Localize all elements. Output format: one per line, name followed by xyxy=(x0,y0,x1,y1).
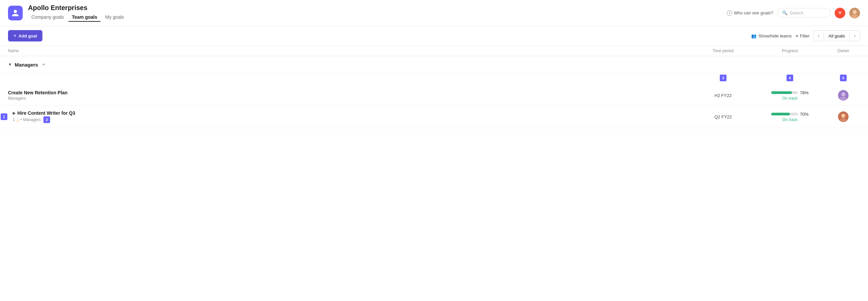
badge-3: 3 xyxy=(720,75,726,81)
header-right: i Who can see goals? 🔍 Search + xyxy=(727,8,860,19)
who-can-see-button[interactable]: i Who can see goals? xyxy=(727,10,773,16)
user-avatar[interactable] xyxy=(849,8,860,19)
progress-row-2: 70% xyxy=(771,112,809,117)
section-add-button[interactable]: + xyxy=(42,61,45,67)
goal-title-1: Create New Retention Plan xyxy=(8,90,693,95)
progress-status-1: On track xyxy=(782,96,797,101)
nav-company-goals[interactable]: Company goals xyxy=(28,13,67,22)
progress-bar-fill-1 xyxy=(771,91,792,94)
table-header: Name Time period Progress Owner xyxy=(0,46,868,56)
goal-owner-2 xyxy=(827,111,860,122)
badge-5: 5 xyxy=(840,75,847,81)
add-goal-label: Add goal xyxy=(18,33,37,38)
progress-status-2: On track xyxy=(782,117,797,122)
chevron-down-icon[interactable]: ▼ xyxy=(8,62,12,67)
col-header-owner: Owner xyxy=(827,49,860,53)
owner-avatar-1 xyxy=(838,90,849,101)
badge-4: 4 xyxy=(786,75,793,81)
add-button[interactable]: + xyxy=(835,8,845,19)
badge-time-col: 3 xyxy=(693,75,753,81)
progress-bar-bg-1 xyxy=(771,91,798,94)
goal-progress-1: 78% On track xyxy=(753,90,827,101)
goal-subtitle-1: Managers xyxy=(8,96,693,101)
goal-time-1: H2 FY22 xyxy=(693,93,753,98)
info-icon: i xyxy=(727,10,732,16)
goal-name-col-1: Create New Retention Plan Managers xyxy=(8,90,693,101)
badges-row: 3 4 5 xyxy=(0,73,868,85)
section-managers: ▼ Managers + xyxy=(0,56,868,73)
header-left: Apollo Enterprises Company goals Team go… xyxy=(28,4,127,22)
annotation-badge-1: 1 xyxy=(1,113,7,120)
person-icon xyxy=(11,9,19,17)
goal-title-2: ▶ Hire Content Writer for Q3 xyxy=(13,110,693,116)
col-header-time: Time period xyxy=(693,49,753,53)
goal-owner-1 xyxy=(827,90,860,101)
warning-icon: △ xyxy=(17,118,19,122)
people-icon: 👥 xyxy=(751,33,756,38)
owner-avatar-image-1 xyxy=(838,90,849,101)
all-goals-label: All goals xyxy=(824,30,850,41)
goal-row-writer[interactable]: 1 ▶ Hire Content Writer for Q3 1 △ • Man… xyxy=(0,106,868,128)
progress-pct-1: 78% xyxy=(800,90,809,95)
plus-icon: + xyxy=(13,33,17,39)
progress-pct-2: 70% xyxy=(800,112,809,117)
goal-row-retention[interactable]: Create New Retention Plan Managers H2 FY… xyxy=(0,85,868,106)
progress-bar-fill-2 xyxy=(771,113,790,115)
goal-meta-2: 1 △ • Managers 2 xyxy=(13,116,693,123)
prev-arrow-button[interactable]: ‹ xyxy=(814,30,824,41)
badge-owner-col: 5 xyxy=(827,75,860,81)
add-goal-button[interactable]: + Add goal xyxy=(8,30,42,42)
show-hide-teams-button[interactable]: 👥 Show/hide teams xyxy=(751,33,792,38)
search-icon: 🔍 xyxy=(782,10,787,16)
filter-icon: ≡ xyxy=(796,33,798,38)
app-icon xyxy=(8,6,23,20)
avatar-image xyxy=(849,8,860,19)
toolbar-right: 👥 Show/hide teams ≡ Filter ‹ All goals › xyxy=(751,30,860,41)
all-goals-nav: ‹ All goals › xyxy=(814,30,860,41)
goal-name-col-2: ▶ Hire Content Writer for Q3 1 △ • Manag… xyxy=(8,110,693,123)
col-header-progress: Progress xyxy=(753,49,827,53)
chevron-right-icon[interactable]: ▶ xyxy=(13,111,16,115)
goal-progress-2: 70% On track xyxy=(753,112,827,122)
toolbar: + Add goal 👥 Show/hide teams ≡ Filter ‹ … xyxy=(0,26,868,46)
nav-team-goals[interactable]: Team goals xyxy=(68,13,100,22)
filter-button[interactable]: ≡ Filter xyxy=(796,33,809,38)
search-placeholder: Search xyxy=(789,10,803,16)
owner-avatar-2 xyxy=(838,111,849,122)
main-nav: Company goals Team goals My goals xyxy=(28,13,127,22)
table-body: ▼ Managers + 3 4 5 Create New Retention … xyxy=(0,56,868,128)
app-title: Apollo Enterprises xyxy=(28,4,127,12)
svg-point-1 xyxy=(852,10,857,14)
progress-bar-bg-2 xyxy=(771,113,798,115)
search-box[interactable]: 🔍 Search xyxy=(777,8,831,18)
svg-point-7 xyxy=(841,114,845,118)
annotation-badge-2: 2 xyxy=(43,116,50,123)
badge-progress-col: 4 xyxy=(753,75,827,81)
progress-row-1: 78% xyxy=(771,90,809,95)
header: Apollo Enterprises Company goals Team go… xyxy=(0,0,868,26)
col-header-name: Name xyxy=(8,49,693,53)
svg-point-4 xyxy=(841,92,845,96)
next-arrow-button[interactable]: › xyxy=(850,30,860,41)
nav-my-goals[interactable]: My goals xyxy=(102,13,127,22)
section-title: Managers xyxy=(15,62,38,67)
goal-time-2: Q2 FY22 xyxy=(693,114,753,119)
owner-avatar-image-2 xyxy=(838,111,849,122)
